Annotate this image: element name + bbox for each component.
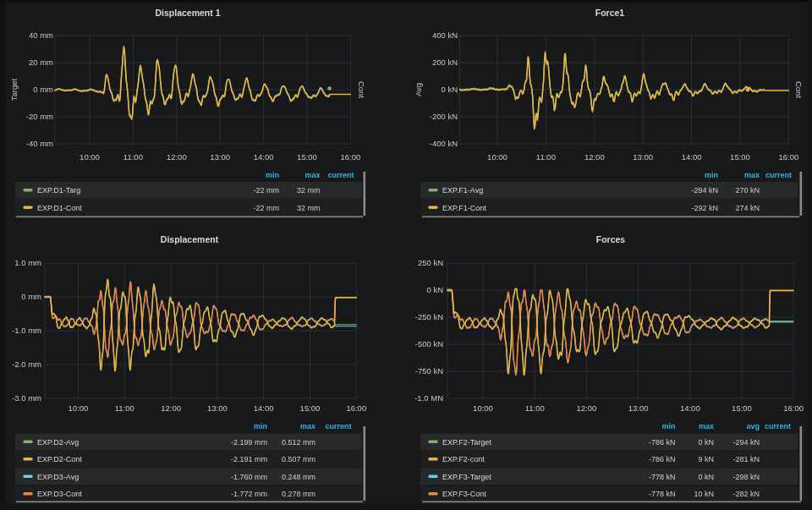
svg-text:-786 kN: -786 kN [649, 438, 676, 447]
svg-text:11:00: 11:00 [536, 152, 556, 162]
svg-text:-20 mm: -20 mm [26, 112, 53, 121]
svg-text:14:00: 14:00 [254, 403, 274, 413]
svg-text:10:00: 10:00 [473, 403, 493, 413]
svg-text:0.512 mm: 0.512 mm [282, 438, 315, 447]
svg-text:32 mm: 32 mm [297, 186, 321, 195]
svg-text:max: max [699, 422, 714, 430]
svg-text:-786 kN: -786 kN [649, 455, 676, 463]
svg-text:-778 kN: -778 kN [649, 490, 676, 498]
svg-text:14:00: 14:00 [254, 152, 274, 162]
svg-text:0.278 mm: 0.278 mm [282, 490, 315, 498]
svg-text:Force1: Force1 [595, 8, 625, 18]
svg-text:-292 kN: -292 kN [691, 204, 718, 212]
svg-text:-294 kN: -294 kN [732, 438, 760, 447]
svg-text:avg: avg [746, 422, 760, 430]
svg-text:EXP.F3-Cont: EXP.F3-Cont [442, 490, 486, 498]
svg-text:400 kN: 400 kN [432, 30, 458, 40]
svg-text:12:00: 12:00 [584, 152, 605, 162]
svg-text:0 mm: 0 mm [33, 85, 53, 94]
svg-text:-750 kN: -750 kN [415, 366, 443, 376]
svg-text:-2.0 mm: -2.0 mm [12, 359, 41, 369]
svg-text:0 kN: 0 kN [698, 473, 714, 481]
svg-text:current: current [765, 171, 792, 179]
svg-text:274 kN: 274 kN [735, 204, 760, 212]
svg-text:Forces: Forces [596, 234, 626, 244]
svg-text:-294 kN: -294 kN [691, 186, 718, 195]
svg-text:-40 mm: -40 mm [26, 139, 53, 148]
svg-text:-500 kN: -500 kN [415, 339, 443, 348]
svg-text:min: min [266, 171, 279, 179]
svg-text:11:00: 11:00 [123, 152, 143, 162]
svg-text:20 mm: 20 mm [29, 58, 53, 67]
svg-text:16:00: 16:00 [783, 403, 804, 413]
svg-text:min: min [254, 422, 267, 430]
svg-text:250 kN: 250 kN [418, 258, 443, 267]
svg-text:Displacement: Displacement [161, 234, 219, 244]
svg-text:Avg: Avg [414, 83, 423, 96]
svg-text:12:00: 12:00 [167, 152, 187, 162]
svg-text:Displacement 1: Displacement 1 [155, 8, 220, 18]
svg-text:max: max [744, 171, 760, 179]
svg-text:13:00: 13:00 [628, 403, 649, 413]
svg-text:EXP.F3-Target: EXP.F3-Target [442, 473, 491, 481]
svg-text:32 mm: 32 mm [297, 204, 321, 212]
svg-text:11:00: 11:00 [115, 403, 134, 413]
svg-text:14:00: 14:00 [682, 152, 702, 162]
svg-text:-298 kN: -298 kN [732, 473, 760, 481]
svg-text:16:00: 16:00 [341, 152, 361, 162]
svg-text:EXP.D3-Avg: EXP.D3-Avg [37, 473, 79, 481]
svg-text:EXP.D1-Cont: EXP.D1-Cont [37, 204, 82, 212]
svg-text:0 mm: 0 mm [21, 292, 41, 301]
svg-text:max: max [304, 171, 320, 179]
svg-text:max: max [300, 422, 315, 430]
svg-text:0 kN: 0 kN [698, 438, 714, 447]
svg-text:12:00: 12:00 [161, 403, 181, 413]
svg-text:EXP.F2-Target: EXP.F2-Target [442, 438, 491, 447]
svg-text:270 kN: 270 kN [735, 186, 760, 195]
svg-text:15:00: 15:00 [732, 403, 752, 413]
svg-text:-2.191 mm: -2.191 mm [231, 455, 267, 463]
svg-text:0 kN: 0 kN [426, 285, 443, 294]
svg-text:-250 kN: -250 kN [415, 312, 443, 321]
svg-text:13:00: 13:00 [207, 403, 228, 413]
svg-text:0.507 mm: 0.507 mm [282, 455, 315, 463]
svg-text:15:00: 15:00 [300, 403, 321, 413]
svg-text:10:00: 10:00 [80, 152, 100, 162]
svg-text:Cont: Cont [794, 81, 804, 98]
svg-text:16:00: 16:00 [779, 152, 799, 162]
svg-text:13:00: 13:00 [633, 152, 653, 162]
svg-text:-22 mm: -22 mm [253, 204, 279, 212]
svg-text:0.248 mm: 0.248 mm [282, 473, 315, 481]
svg-text:10 kN: 10 kN [694, 490, 714, 498]
svg-text:0 kN: 0 kN [441, 85, 458, 94]
svg-text:14:00: 14:00 [680, 403, 700, 413]
svg-text:-1.760 mm: -1.760 mm [231, 473, 267, 481]
svg-text:min: min [705, 171, 718, 179]
svg-text:-2.199 mm: -2.199 mm [231, 438, 267, 447]
svg-text:200 kN: 200 kN [432, 58, 458, 67]
svg-text:16:00: 16:00 [346, 403, 366, 413]
svg-text:15:00: 15:00 [297, 152, 317, 162]
svg-text:15:00: 15:00 [730, 152, 750, 162]
svg-text:-1.0 MN: -1.0 MN [414, 393, 443, 403]
svg-text:EXP.F1-Cont: EXP.F1-Cont [442, 204, 486, 212]
svg-text:11:00: 11:00 [525, 403, 545, 413]
svg-text:-400 kN: -400 kN [430, 139, 458, 148]
svg-text:EXP.F2-cont: EXP.F2-cont [442, 455, 485, 463]
svg-text:EXP.D2-Avg: EXP.D2-Avg [37, 438, 79, 447]
svg-text:-282 kN: -282 kN [732, 490, 760, 498]
svg-text:Target: Target [9, 78, 19, 101]
svg-text:1.0 mm: 1.0 mm [14, 258, 41, 267]
svg-text:EXP.F1-Avg: EXP.F1-Avg [442, 186, 483, 195]
svg-text:min: min [661, 422, 675, 430]
svg-text:13:00: 13:00 [210, 152, 230, 162]
svg-text:-22 mm: -22 mm [253, 186, 279, 195]
svg-text:-1.772 mm: -1.772 mm [231, 490, 267, 498]
svg-text:-778 kN: -778 kN [649, 473, 676, 481]
svg-text:current: current [765, 422, 791, 430]
svg-text:-200 kN: -200 kN [430, 112, 458, 121]
svg-text:current: current [327, 171, 354, 179]
svg-text:40 mm: 40 mm [29, 30, 53, 40]
svg-text:-3.0 mm: -3.0 mm [12, 393, 41, 403]
svg-text:10:00: 10:00 [487, 152, 508, 162]
